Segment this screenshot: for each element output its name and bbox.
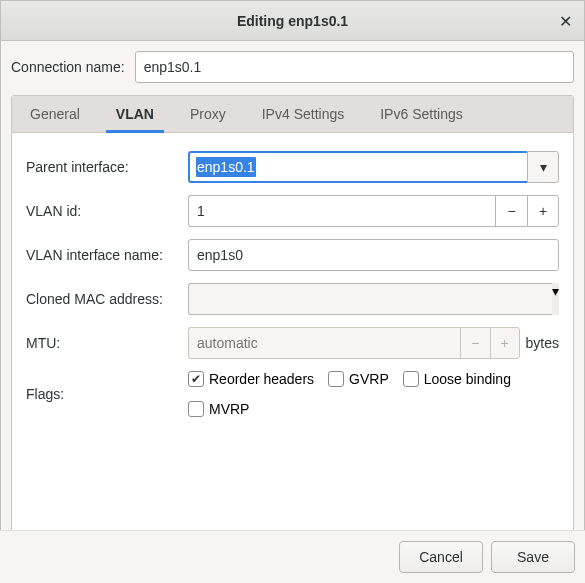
flags-group: ✔ Reorder headers GVRP Loose binding MVR… bbox=[188, 371, 559, 417]
mtu-spinner: − + bbox=[188, 327, 520, 359]
cloned-mac-dropdown-button[interactable]: ▾ bbox=[552, 283, 559, 315]
checkbox-label: Reorder headers bbox=[209, 371, 314, 387]
flags-row: Flags: ✔ Reorder headers GVRP Loose bind… bbox=[26, 371, 559, 417]
cancel-button[interactable]: Cancel bbox=[399, 541, 483, 573]
vlan-ifname-input[interactable] bbox=[188, 239, 559, 271]
checkbox-label: MVRP bbox=[209, 401, 249, 417]
chevron-down-icon: ▾ bbox=[540, 159, 547, 175]
cloned-mac-label: Cloned MAC address: bbox=[26, 291, 178, 307]
tab-strip: General VLAN Proxy IPv4 Settings IPv6 Se… bbox=[12, 96, 573, 133]
chevron-down-icon: ▾ bbox=[552, 283, 559, 299]
connection-name-row: Connection name: bbox=[11, 51, 574, 83]
checkbox-label: Loose binding bbox=[424, 371, 511, 387]
checkbox-icon bbox=[188, 401, 204, 417]
vlan-id-label: VLAN id: bbox=[26, 203, 178, 219]
parent-interface-label: Parent interface: bbox=[26, 159, 178, 175]
mtu-label: MTU: bbox=[26, 335, 178, 351]
vlan-id-input[interactable] bbox=[188, 195, 495, 227]
mtu-row: MTU: − + bytes bbox=[26, 327, 559, 359]
cloned-mac-row: Cloned MAC address: ▾ bbox=[26, 283, 559, 315]
checkbox-label: GVRP bbox=[349, 371, 389, 387]
checkbox-icon: ✔ bbox=[188, 371, 204, 387]
tab-content-vlan: Parent interface: enp1s0.1 ▾ VLAN id: − … bbox=[12, 133, 573, 533]
parent-interface-input[interactable]: enp1s0.1 bbox=[188, 151, 527, 183]
plus-icon: + bbox=[539, 203, 547, 219]
tab-container: General VLAN Proxy IPv4 Settings IPv6 Se… bbox=[11, 95, 574, 534]
checkbox-icon bbox=[403, 371, 419, 387]
mtu-wrap: − + bytes bbox=[188, 327, 559, 359]
checkbox-loose-binding[interactable]: Loose binding bbox=[403, 371, 511, 387]
connection-name-label: Connection name: bbox=[11, 59, 125, 75]
vlan-id-spinner: − + bbox=[188, 195, 559, 227]
save-button[interactable]: Save bbox=[491, 541, 575, 573]
parent-interface-dropdown-button[interactable]: ▾ bbox=[527, 151, 559, 183]
vlan-id-increment-button[interactable]: + bbox=[527, 195, 559, 227]
parent-interface-row: Parent interface: enp1s0.1 ▾ bbox=[26, 151, 559, 183]
close-icon[interactable]: ✕ bbox=[559, 11, 572, 30]
cloned-mac-input[interactable] bbox=[188, 283, 552, 315]
dialog-footer: Cancel Save bbox=[0, 530, 585, 583]
vlan-ifname-row: VLAN interface name: bbox=[26, 239, 559, 271]
tab-proxy[interactable]: Proxy bbox=[172, 96, 244, 132]
cloned-mac-combo: ▾ bbox=[188, 283, 559, 315]
mtu-increment-button[interactable]: + bbox=[490, 327, 520, 359]
tab-ipv4[interactable]: IPv4 Settings bbox=[244, 96, 363, 132]
checkbox-mvrp[interactable]: MVRP bbox=[188, 401, 249, 417]
checkbox-gvrp[interactable]: GVRP bbox=[328, 371, 389, 387]
minus-icon: − bbox=[507, 203, 515, 219]
minus-icon: − bbox=[471, 335, 479, 351]
tab-general[interactable]: General bbox=[12, 96, 98, 132]
window-title: Editing enp1s0.1 bbox=[237, 13, 348, 29]
mtu-decrement-button[interactable]: − bbox=[460, 327, 490, 359]
checkbox-reorder-headers[interactable]: ✔ Reorder headers bbox=[188, 371, 314, 387]
checkbox-icon bbox=[328, 371, 344, 387]
mtu-unit: bytes bbox=[526, 335, 559, 351]
tab-ipv6[interactable]: IPv6 Settings bbox=[362, 96, 481, 132]
vlan-ifname-label: VLAN interface name: bbox=[26, 247, 178, 263]
mtu-input[interactable] bbox=[188, 327, 460, 359]
connection-name-input[interactable] bbox=[135, 51, 574, 83]
flags-label: Flags: bbox=[26, 386, 178, 402]
tab-vlan[interactable]: VLAN bbox=[98, 96, 172, 132]
plus-icon: + bbox=[500, 335, 508, 351]
parent-interface-value: enp1s0.1 bbox=[196, 157, 256, 177]
parent-interface-combo: enp1s0.1 ▾ bbox=[188, 151, 559, 183]
vlan-id-row: VLAN id: − + bbox=[26, 195, 559, 227]
dialog-body: Connection name: General VLAN Proxy IPv4… bbox=[1, 41, 584, 534]
title-bar: Editing enp1s0.1 ✕ bbox=[1, 1, 584, 41]
vlan-id-decrement-button[interactable]: − bbox=[495, 195, 527, 227]
